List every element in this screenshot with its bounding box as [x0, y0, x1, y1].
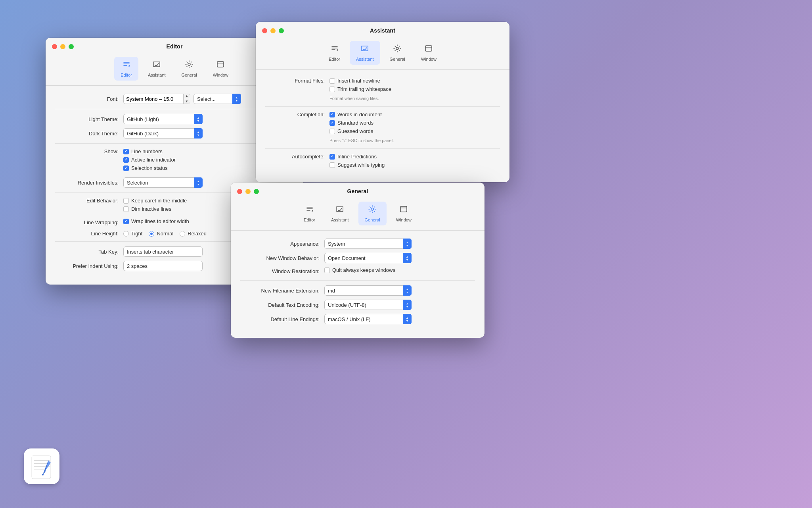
asst-tab-window[interactable]: Window: [415, 41, 443, 65]
svg-rect-4: [425, 46, 432, 51]
completion-checkboxes: Words in document Standard words Guessed…: [329, 112, 394, 144]
appearance-row: Appearance: System ▲ ▼: [240, 239, 475, 249]
format-files-row: Format Files: Insert final newline Trim …: [265, 78, 500, 102]
new-filename-row: New Filename Extension: md ▲ ▼: [240, 285, 475, 296]
new-window-btn[interactable]: ▲ ▼: [403, 253, 412, 263]
chevron-up-icon: ▲: [235, 96, 238, 99]
active-line-label: Active line indicator: [131, 157, 176, 163]
assistant-maximize-button[interactable]: [279, 28, 284, 33]
dim-inactive-checkbox[interactable]: [123, 206, 129, 212]
wrap-lines-checkbox[interactable]: [123, 219, 129, 224]
chevron-down-icon: ▼: [406, 244, 409, 247]
assistant-icon: [152, 60, 161, 71]
tab-general-label: General: [182, 73, 197, 77]
render-invisibles-text: Selection: [127, 180, 148, 186]
new-window-text: Open Document: [328, 255, 366, 261]
chevron-down-icon: ▼: [197, 183, 200, 186]
asst-tab-general[interactable]: General: [383, 41, 412, 65]
edit-behavior-label: Edit Behavior:: [55, 198, 119, 204]
guessed-note-row: Press ⌥ ESC to show the panel.: [329, 137, 394, 144]
line-height-radio-group: Tight Normal Relaxed: [123, 231, 211, 237]
encoding-btn[interactable]: ▲ ▼: [403, 300, 412, 310]
window-restoration-label: Window Restoration:: [240, 268, 320, 274]
words-in-doc-checkbox[interactable]: [329, 112, 335, 117]
assistant-minimize-button[interactable]: [270, 28, 276, 33]
keep-caret-checkbox[interactable]: [123, 198, 129, 204]
gen-tab-general[interactable]: General: [358, 202, 387, 225]
close-button[interactable]: [52, 44, 57, 49]
new-filename-select[interactable]: md: [324, 285, 412, 296]
line-numbers-row: Line numbers: [123, 148, 176, 154]
chevron-down-icon: ▼: [406, 319, 409, 322]
general-toolbar: Editor Assistant General: [231, 198, 485, 231]
inline-predictions-checkbox[interactable]: [329, 154, 335, 160]
light-theme-select[interactable]: GitHub (Light): [123, 114, 203, 124]
gen-divider-1: [240, 280, 475, 281]
active-line-checkbox[interactable]: [123, 157, 129, 163]
restoration-checkbox[interactable]: [324, 267, 330, 273]
assistant-close-button[interactable]: [262, 28, 267, 33]
chevron-up-icon: ▲: [197, 116, 200, 119]
insert-newline-checkbox[interactable]: [329, 78, 335, 84]
asst-tab-assistant[interactable]: Assistant: [350, 41, 380, 65]
render-invisibles-btn[interactable]: ▲ ▼: [194, 177, 203, 188]
tab-window[interactable]: Window: [207, 57, 235, 81]
font-select-btn[interactable]: ▲ ▼: [232, 94, 241, 104]
assistant-toolbar: Editor Assistant General: [256, 38, 509, 70]
line-numbers-checkbox[interactable]: [123, 149, 129, 154]
relaxed-radio[interactable]: [180, 231, 185, 237]
tab-window-label: Window: [213, 73, 228, 77]
render-invisibles-select[interactable]: Selection: [123, 177, 203, 188]
light-theme-btn[interactable]: ▲ ▼: [194, 114, 203, 124]
suggest-typing-label: Suggest while typing: [337, 162, 385, 168]
font-decrement[interactable]: ▼: [184, 99, 190, 104]
dark-theme-btn[interactable]: ▲ ▼: [194, 128, 203, 139]
standard-words-checkbox[interactable]: [329, 120, 335, 126]
appearance-select[interactable]: System: [324, 239, 412, 249]
asst-assistant-icon: [360, 44, 369, 55]
line-endings-btn[interactable]: ▲ ▼: [403, 314, 412, 324]
maximize-button[interactable]: [69, 44, 74, 49]
tab-assistant[interactable]: Assistant: [142, 57, 172, 81]
minimize-button[interactable]: [60, 44, 65, 49]
gen-tab-window[interactable]: Window: [390, 202, 418, 225]
new-filename-btn[interactable]: ▲ ▼: [403, 285, 412, 296]
encoding-row: Default Text Encoding: Unicode (UTF-8) ▲…: [240, 300, 475, 310]
encoding-select[interactable]: Unicode (UTF-8): [324, 300, 412, 310]
general-maximize-button[interactable]: [254, 189, 259, 194]
general-close-button[interactable]: [237, 189, 242, 194]
appearance-btn[interactable]: ▲ ▼: [403, 239, 412, 249]
line-endings-select[interactable]: macOS / Unix (LF): [324, 314, 412, 324]
tab-general[interactable]: General: [175, 57, 203, 81]
normal-label: Normal: [157, 231, 173, 237]
normal-radio-row: Normal: [149, 231, 173, 237]
selection-status-checkbox[interactable]: [123, 165, 129, 171]
new-window-wrapper: Open Document ▲ ▼: [324, 253, 412, 263]
guessed-words-checkbox[interactable]: [329, 129, 335, 134]
asst-tab-editor[interactable]: Editor: [322, 41, 347, 65]
font-increment[interactable]: ▲: [184, 94, 190, 99]
dark-theme-select[interactable]: GitHub (Dark): [123, 128, 203, 139]
chevron-down-icon: ▼: [235, 99, 238, 102]
font-stepper[interactable]: ▲ ▼: [123, 94, 190, 104]
tab-editor[interactable]: Editor: [114, 57, 138, 81]
trim-trailing-checkbox[interactable]: [329, 87, 335, 92]
gen-tab-assistant-label: Assistant: [331, 217, 349, 222]
font-input[interactable]: [124, 94, 183, 104]
general-minimize-button[interactable]: [245, 189, 251, 194]
gen-tab-general-label: General: [365, 217, 380, 222]
normal-radio[interactable]: [149, 231, 154, 237]
chevron-down-icon: ▼: [406, 258, 409, 261]
general-titlebar: General: [231, 183, 485, 198]
appearance-label: Appearance:: [240, 241, 320, 247]
tight-radio[interactable]: [123, 231, 129, 237]
asst-tab-window-label: Window: [421, 57, 437, 62]
suggest-typing-checkbox[interactable]: [329, 162, 335, 168]
general-content: Appearance: System ▲ ▼ New Window Behavi…: [231, 231, 485, 338]
gen-tab-assistant[interactable]: Assistant: [325, 202, 355, 225]
gen-tab-editor[interactable]: Editor: [297, 202, 322, 225]
assistant-window: Assistant Editor Assistant: [256, 22, 509, 182]
gen-tab-window-label: Window: [396, 217, 412, 222]
new-window-select[interactable]: Open Document: [324, 253, 412, 263]
inline-predictions-label: Inline Predictions: [337, 154, 377, 160]
